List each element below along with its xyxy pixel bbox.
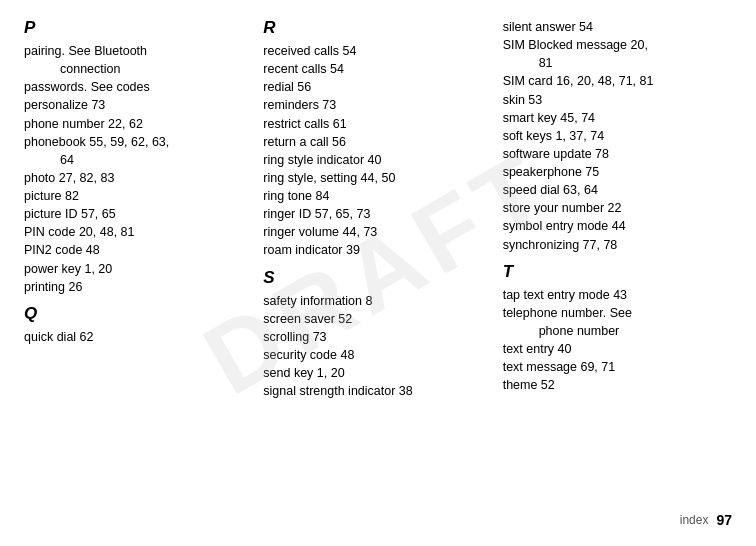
entry-signal-strength: signal strength indicator 38 <box>263 382 492 400</box>
footer: index 97 <box>24 504 732 528</box>
footer-label: index <box>680 513 709 527</box>
entry-photo: photo 27, 82, 83 <box>24 169 253 187</box>
entry-speed-dial: speed dial 63, 64 <box>503 181 732 199</box>
entry-pairing: pairing. See Bluetoothconnection <box>24 42 253 78</box>
entry-sim-card: SIM card 16, 20, 48, 71, 81 <box>503 72 732 90</box>
entry-tap-text: tap text entry mode 43 <box>503 286 732 304</box>
entry-store-number: store your number 22 <box>503 199 732 217</box>
column-1: P pairing. See Bluetoothconnection passw… <box>24 18 263 504</box>
entry-reminders: reminders 73 <box>263 96 492 114</box>
entry-return-a-call: return a call 56 <box>263 133 492 151</box>
entry-roam-indicator: roam indicator 39 <box>263 241 492 259</box>
entry-printing: printing 26 <box>24 278 253 296</box>
entry-text-entry: text entry 40 <box>503 340 732 358</box>
entry-safety-information: safety information 8 <box>263 292 492 310</box>
entry-picture: picture 82 <box>24 187 253 205</box>
letter-R: R <box>263 18 492 38</box>
page-container: DRAFT P pairing. See Bluetoothconnection… <box>0 0 756 546</box>
letter-T: T <box>503 262 732 282</box>
entry-received-calls: received calls 54 <box>263 42 492 60</box>
entry-security-code: security code 48 <box>263 346 492 364</box>
entry-ringer-volume: ringer volume 44, 73 <box>263 223 492 241</box>
entry-phonebook: phonebook 55, 59, 62, 63,64 <box>24 133 253 169</box>
entry-recent-calls: recent calls 54 <box>263 60 492 78</box>
entry-ring-style-indicator: ring style indicator 40 <box>263 151 492 169</box>
entry-quick-dial: quick dial 62 <box>24 328 253 346</box>
entry-ring-style-setting: ring style, setting 44, 50 <box>263 169 492 187</box>
entry-redial: redial 56 <box>263 78 492 96</box>
footer-page: 97 <box>716 512 732 528</box>
entry-smart-key: smart key 45, 74 <box>503 109 732 127</box>
column-3: silent answer 54 SIM Blocked message 20,… <box>503 18 732 504</box>
entry-phone-number: phone number 22, 62 <box>24 115 253 133</box>
entry-restrict-calls: restrict calls 61 <box>263 115 492 133</box>
columns-wrapper: P pairing. See Bluetoothconnection passw… <box>24 18 732 504</box>
entry-screen-saver: screen saver 52 <box>263 310 492 328</box>
entry-power-key: power key 1, 20 <box>24 260 253 278</box>
entry-scrolling: scrolling 73 <box>263 328 492 346</box>
letter-Q: Q <box>24 304 253 324</box>
letter-P: P <box>24 18 253 38</box>
entry-theme: theme 52 <box>503 376 732 394</box>
entry-silent-answer: silent answer 54 <box>503 18 732 36</box>
entry-send-key: send key 1, 20 <box>263 364 492 382</box>
entry-telephone-number: telephone number. Seephone number <box>503 304 732 340</box>
entry-speakerphone: speakerphone 75 <box>503 163 732 181</box>
letter-S: S <box>263 268 492 288</box>
entry-passwords: passwords. See codes <box>24 78 253 96</box>
entry-text-message: text message 69, 71 <box>503 358 732 376</box>
entry-symbol-entry: symbol entry mode 44 <box>503 217 732 235</box>
entry-ringer-id: ringer ID 57, 65, 73 <box>263 205 492 223</box>
entry-personalize: personalize 73 <box>24 96 253 114</box>
entry-picture-id: picture ID 57, 65 <box>24 205 253 223</box>
entry-pin2-code: PIN2 code 48 <box>24 241 253 259</box>
entry-software-update: software update 78 <box>503 145 732 163</box>
entry-soft-keys: soft keys 1, 37, 74 <box>503 127 732 145</box>
entry-synchronizing: synchronizing 77, 78 <box>503 236 732 254</box>
column-2: R received calls 54 recent calls 54 redi… <box>263 18 502 504</box>
entry-pin-code: PIN code 20, 48, 81 <box>24 223 253 241</box>
entry-sim-blocked: SIM Blocked message 20,81 <box>503 36 732 72</box>
entry-skin: skin 53 <box>503 91 732 109</box>
entry-ring-tone: ring tone 84 <box>263 187 492 205</box>
